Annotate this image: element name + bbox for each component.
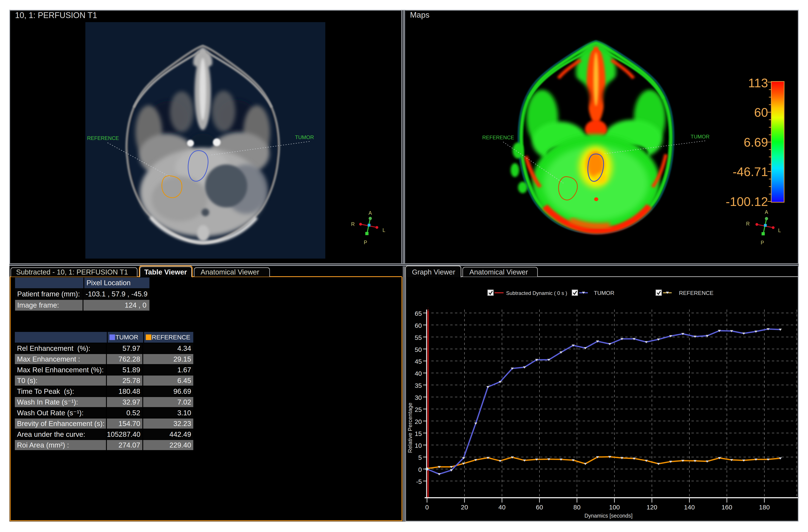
svg-text:55: 55 xyxy=(415,334,422,341)
svg-text:TUMOR: TUMOR xyxy=(594,290,614,296)
svg-text:10: 10 xyxy=(415,442,422,449)
svg-text:140: 140 xyxy=(684,503,695,511)
svg-text:100: 100 xyxy=(609,503,620,511)
svg-text:20: 20 xyxy=(415,418,422,425)
svg-text:Anatomical Viewer: Anatomical Viewer xyxy=(470,268,528,276)
svg-text:80: 80 xyxy=(573,503,581,511)
svg-text:160: 160 xyxy=(721,503,732,511)
svg-text:35: 35 xyxy=(415,382,422,389)
svg-text:REFERENCE: REFERENCE xyxy=(679,290,713,296)
svg-text:65: 65 xyxy=(415,310,422,317)
svg-text:60: 60 xyxy=(536,503,543,511)
svg-text:30: 30 xyxy=(415,394,422,401)
svg-text:5: 5 xyxy=(418,454,422,461)
svg-text:45: 45 xyxy=(415,358,422,365)
svg-text:0: 0 xyxy=(425,503,429,511)
svg-text:40: 40 xyxy=(415,370,422,377)
svg-text:50: 50 xyxy=(415,346,422,353)
svg-text:25: 25 xyxy=(415,406,422,413)
svg-text:Relative Percentage: Relative Percentage xyxy=(407,403,413,453)
svg-text:15: 15 xyxy=(415,430,422,437)
svg-text:60: 60 xyxy=(415,322,422,329)
svg-text:120: 120 xyxy=(646,503,657,511)
svg-text:40: 40 xyxy=(498,503,506,511)
svg-text:180: 180 xyxy=(759,503,770,511)
svg-text:-5: -5 xyxy=(416,478,422,485)
svg-text:Graph Viewer: Graph Viewer xyxy=(412,268,455,276)
svg-text:20: 20 xyxy=(461,503,468,511)
svg-text:0: 0 xyxy=(418,466,422,473)
svg-text:Dynamics [seconds]: Dynamics [seconds] xyxy=(584,513,632,519)
svg-text:Subtracted Dynamic ( 0 s ): Subtracted Dynamic ( 0 s ) xyxy=(506,290,567,296)
